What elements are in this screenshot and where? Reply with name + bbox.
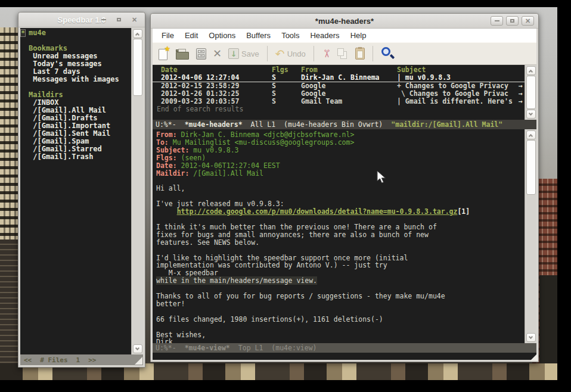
field-label: To: bbox=[156, 138, 169, 147]
view-scrollbar[interactable] bbox=[525, 129, 536, 343]
minimize-button[interactable] bbox=[491, 16, 503, 26]
body-line: Best wishes, bbox=[156, 331, 525, 339]
headers-rows: DateFlgsFromSubject 2012-04-06 12:27:04S… bbox=[153, 65, 525, 120]
new-file-button[interactable]: ★ bbox=[159, 47, 169, 60]
menu-bar: FileEditOptionsBuffersToolsHeadersHelp bbox=[153, 29, 536, 42]
menu-options[interactable]: Options bbox=[203, 30, 241, 41]
speedbar-scrollbar[interactable] bbox=[131, 28, 143, 354]
maximize-button[interactable] bbox=[113, 15, 125, 24]
body-line: Dirk. bbox=[156, 338, 525, 343]
minimize-button[interactable] bbox=[97, 15, 110, 24]
scroll-down-button[interactable] bbox=[133, 344, 142, 353]
toolbar-separator bbox=[314, 46, 314, 61]
scrollbar-thumb[interactable] bbox=[133, 39, 142, 96]
toolbar-separator bbox=[267, 46, 268, 61]
body-line: while in the main/headers/message view. bbox=[156, 277, 525, 285]
headers-scrollbar[interactable] bbox=[525, 65, 536, 120]
speedbar-root[interactable]: mu4e bbox=[26, 29, 131, 37]
body-line: Thanks to all of you for bug reports / s… bbox=[156, 293, 525, 300]
truncation-indicator: → bbox=[516, 98, 525, 105]
column-header-flgs[interactable]: Flgs bbox=[272, 66, 301, 74]
save-icon: ↓ bbox=[228, 48, 239, 59]
scroll-down-button[interactable] bbox=[526, 333, 536, 342]
header-date: 2012-04-06 12:27:04 bbox=[157, 74, 272, 82]
modeline-position: Top L1 bbox=[238, 344, 263, 352]
speedbar-prev-button[interactable]: << bbox=[24, 356, 32, 364]
maximize-icon bbox=[510, 19, 514, 23]
chevron-down-icon bbox=[135, 346, 139, 350]
headers-pane: DateFlgsFromSubject 2012-04-06 12:27:04S… bbox=[153, 65, 536, 120]
copy-icon bbox=[337, 48, 349, 60]
copy-button[interactable] bbox=[337, 48, 349, 60]
menu-buffers[interactable]: Buffers bbox=[241, 30, 276, 41]
search-button[interactable] bbox=[381, 46, 395, 61]
field-label: Flgs: bbox=[156, 154, 177, 162]
header-from: Dirk-Jan C. Binnema bbox=[301, 74, 397, 82]
chevron-up-icon bbox=[529, 133, 533, 138]
menu-help[interactable]: Help bbox=[345, 30, 372, 41]
resize-grip[interactable] bbox=[530, 353, 538, 361]
speedbar-expand-marker[interactable]: * bbox=[20, 29, 26, 37]
menu-edit[interactable]: Edit bbox=[179, 30, 203, 41]
scroll-down-button[interactable] bbox=[526, 110, 536, 119]
close-button[interactable]: ✕ bbox=[128, 15, 141, 24]
speedbar-fringe: * bbox=[20, 28, 26, 354]
scrollbar-thumb[interactable] bbox=[526, 76, 536, 109]
maximize-button[interactable] bbox=[506, 16, 519, 26]
header-subject: | mu v0.9.8.3 bbox=[397, 74, 516, 82]
resize-grip[interactable] bbox=[135, 357, 142, 365]
highlighted-text: while in the main/headers/message view. bbox=[156, 276, 317, 285]
field-label: Subject: bbox=[156, 146, 189, 154]
scroll-up-button[interactable] bbox=[133, 29, 142, 38]
scroll-up-button[interactable] bbox=[526, 130, 536, 139]
speedbar-titlebar[interactable]: Speedbar 1.0 ✕ bbox=[18, 13, 145, 27]
dired-button[interactable] bbox=[196, 48, 206, 60]
chevron-up-icon bbox=[135, 32, 139, 36]
undo-button[interactable]: ↶ Undo bbox=[275, 48, 306, 60]
field-label: Date: bbox=[156, 161, 177, 170]
cut-button[interactable]: ✂ bbox=[322, 48, 331, 59]
toolbar: ★ ✕ ↓ Save ↶ Undo bbox=[153, 42, 536, 65]
header-flags: S bbox=[272, 98, 301, 105]
body-link[interactable]: http://code.google.com/p/mu0/downloads/d… bbox=[177, 207, 458, 216]
speedbar-files-toggle[interactable]: # Files bbox=[40, 356, 67, 364]
header-subject: | Gmail is different. Here's bbox=[397, 98, 516, 105]
modeline-modes: (mu4e-headers Bin Ovwrt) bbox=[284, 120, 383, 129]
body-line bbox=[156, 216, 525, 223]
mu4e-titlebar[interactable]: *mu4e-headers* ✕ bbox=[151, 14, 538, 29]
open-file-button[interactable] bbox=[176, 48, 190, 60]
menu-headers[interactable]: Headers bbox=[305, 30, 345, 41]
speedbar-item[interactable]: Messages with images bbox=[26, 76, 131, 83]
speedbar-item[interactable]: /[Gmail].Trash bbox=[26, 153, 131, 161]
close-buffer-button[interactable]: ✕ bbox=[213, 48, 222, 59]
link-footnote: [1] bbox=[457, 207, 470, 216]
mouse-cursor bbox=[377, 170, 387, 185]
field-value: (seen) bbox=[177, 154, 206, 162]
speedbar-next-button[interactable]: >> bbox=[88, 356, 96, 364]
mu4e-title: *mu4e-headers* bbox=[315, 17, 374, 26]
body-line bbox=[156, 177, 525, 185]
chevron-down-icon bbox=[529, 335, 533, 339]
header-row[interactable]: 2012-04-06 12:27:04SDirk-Jan C. Binnema|… bbox=[153, 74, 525, 82]
chevron-down-icon bbox=[529, 111, 533, 116]
header-flags: S bbox=[272, 90, 301, 98]
column-header-subject[interactable]: Subject bbox=[397, 66, 516, 74]
message-field: Subject: mu v0.9.8.3 bbox=[156, 147, 525, 154]
field-value: mu v0.9.8.3 bbox=[189, 146, 238, 154]
paste-button[interactable] bbox=[355, 48, 365, 60]
headers-modeline: U:%*- *mu4e-headers* All L1 (mu4e-header… bbox=[153, 120, 536, 129]
menu-file[interactable]: File bbox=[156, 30, 179, 41]
undo-icon: ↶ bbox=[275, 48, 285, 60]
header-from: Gmail Team bbox=[301, 98, 397, 105]
header-subject: \ Changes to Google Privac bbox=[397, 90, 516, 98]
minimize-icon bbox=[101, 19, 106, 20]
scrollbar-thumb[interactable] bbox=[526, 140, 536, 195]
body-line: fixes for bugs and small annoyances; the… bbox=[156, 231, 525, 239]
toolbar-separator bbox=[373, 46, 373, 61]
file-cabinet-icon bbox=[196, 48, 206, 60]
menu-tools[interactable]: Tools bbox=[276, 30, 305, 41]
cut-icon: ✂ bbox=[321, 49, 331, 58]
save-button[interactable]: ↓ Save bbox=[228, 48, 259, 59]
scroll-up-button[interactable] bbox=[526, 66, 536, 75]
close-button[interactable]: ✕ bbox=[522, 16, 534, 26]
